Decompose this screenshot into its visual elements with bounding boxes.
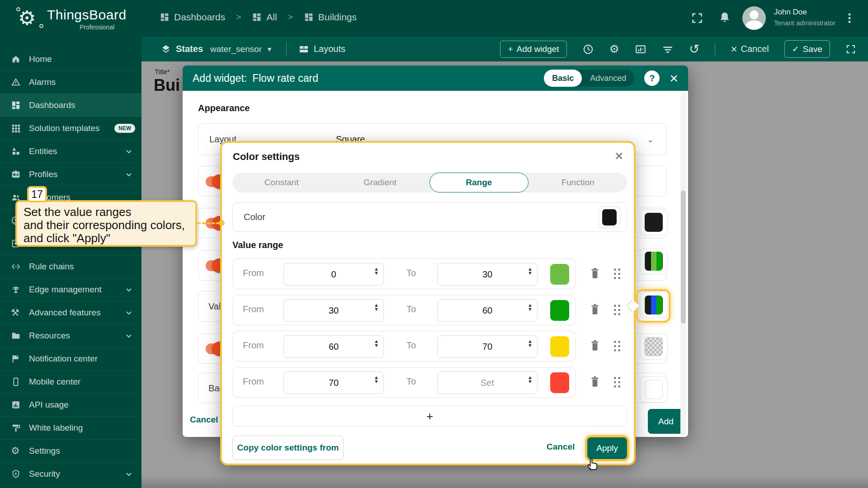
stepper-icon[interactable]: ▲▼ [374,339,379,348]
from-input[interactable]: 70▲▼ [283,371,384,394]
id-card-icon [11,169,29,179]
sidebar-item-mobile-center[interactable]: Mobile center [0,370,142,393]
add-widget-modal-header: Add widget: Flow rate card Basic Advance… [183,66,688,91]
breadcrumb-all[interactable]: All [266,12,277,23]
modal-add-button[interactable]: Add [648,409,684,434]
color-swatch-button[interactable] [640,333,668,360]
basic-mode-button[interactable]: Basic [544,70,582,87]
copy-color-settings-button[interactable]: Copy color settings from [232,436,344,460]
sidebar-item-resources[interactable]: Resources [0,324,142,347]
drag-handle-icon[interactable] [612,376,623,389]
tab-range[interactable]: Range [429,173,529,192]
tab-gradient[interactable]: Gradient [331,173,429,192]
dashboards-icon [160,12,170,22]
color-field: Color [232,202,627,232]
tab-function[interactable]: Function [528,173,627,192]
user-role: Tenant administrator [774,19,835,27]
dashboard-toolbar: States water_sensor ▼ Layouts + Add widg… [142,37,868,61]
dialog-close-icon[interactable]: × [615,149,623,163]
filters-icon[interactable] [662,43,674,55]
sidebar-item-rule-chains[interactable]: Rule chains [0,255,142,278]
range-color-swatch[interactable] [550,372,569,393]
version-history-icon[interactable]: ↺ [689,42,699,56]
sidebar-item-alarms[interactable]: Alarms [0,70,142,94]
sidebar-item-edge-management[interactable]: Edge management [0,278,142,301]
to-input[interactable]: 60▲▼ [437,299,538,322]
notifications-bell-icon[interactable] [718,11,731,24]
delete-range-icon[interactable] [589,267,601,280]
stepper-icon[interactable]: ▲▼ [374,267,379,276]
cancel-edit-button[interactable]: × Cancel [731,43,769,56]
save-dashboard-button[interactable]: ✓ Save [784,40,830,58]
delete-range-icon[interactable] [589,339,601,352]
sidebar-item-dashboards[interactable]: Dashboards [0,94,142,117]
color-type-tabs: Constant Gradient Range Function [232,173,627,192]
sidebar-item-api-usage[interactable]: API usage [0,393,142,416]
from-input[interactable]: 0▲▼ [283,263,384,286]
states-selector[interactable]: States water_sensor ▼ [160,44,273,55]
sidebar-item-advanced-features[interactable]: ⚒ Advanced features [0,301,142,324]
sidebar-item-home[interactable]: Home [0,47,142,70]
dashboard-settings-gear-icon[interactable]: ⚙ [609,42,619,56]
toolbar-divider [715,42,715,56]
stepper-icon[interactable]: ▲▼ [528,303,533,312]
stepper-icon[interactable]: ▲▼ [528,375,533,384]
range-color-swatch[interactable] [550,336,569,357]
sidebar-item-entities[interactable]: Entities [0,140,142,163]
from-input[interactable]: 30▲▼ [283,299,384,322]
chevron-down-icon [125,171,132,178]
toolbar-fullscreen-icon[interactable] [845,44,856,55]
color-picker-button[interactable] [599,206,620,228]
breadcrumb-dashboards[interactable]: Dashboards [174,12,225,23]
breadcrumb-buildings[interactable]: Buildings [318,12,357,23]
stepper-icon[interactable]: ▲▼ [528,339,533,348]
sidebar-item-white-labeling[interactable]: White labeling [0,416,142,439]
to-input[interactable]: 30▲▼ [437,263,538,286]
entities-icon [11,146,29,156]
color-swatch-button[interactable] [640,248,668,274]
help-icon[interactable]: ? [644,70,660,86]
add-range-button[interactable]: + [232,406,627,427]
color-swatch-button[interactable] [640,376,668,403]
kebab-menu-icon[interactable] [843,11,856,25]
value-range-row: From 30▲▼ To 60▲▼ [232,295,576,325]
modal-title-value: Flow rate card [252,72,318,84]
delete-range-icon[interactable] [589,303,601,316]
value-range-row: From 0▲▼ To 30▲▼ [232,258,576,289]
drag-handle-icon[interactable] [612,267,623,280]
thingsboard-logo-icon: ⚙ [18,6,42,31]
flag-icon [11,354,29,364]
fullscreen-icon[interactable] [691,12,703,24]
to-input[interactable]: 70▲▼ [437,335,538,358]
stepper-icon[interactable]: ▲▼ [374,303,379,312]
check-icon: ✓ [792,44,799,54]
range-color-swatch[interactable] [550,300,569,321]
drag-handle-icon[interactable] [612,304,623,316]
to-input[interactable]: Set▲▼ [437,371,538,394]
sidebar-item-settings[interactable]: ⚙ Settings [0,439,142,462]
modal-cancel-button[interactable]: Cancel [190,415,218,425]
color-swatch-button[interactable] [640,209,668,235]
layouts-button[interactable]: Layouts [298,44,345,55]
modal-scrollbar-thumb[interactable] [681,191,686,324]
user-avatar[interactable] [742,6,766,30]
from-input[interactable]: 60▲▼ [283,335,384,358]
sidebar-item-profiles[interactable]: Profiles [0,163,142,186]
dialog-cancel-button[interactable]: Cancel [547,442,575,452]
stepper-icon[interactable]: ▲▼ [528,267,533,276]
range-color-swatch[interactable] [550,264,569,285]
add-widget-button[interactable]: + Add widget [500,41,566,58]
tab-constant[interactable]: Constant [232,173,331,192]
chart-icon [11,400,29,410]
delete-range-icon[interactable] [589,375,601,389]
sidebar-item-notification-center[interactable]: Notification center [0,347,142,370]
timewindow-clock-icon[interactable] [582,43,594,55]
entity-aliases-icon[interactable] [635,43,646,55]
advanced-mode-button[interactable]: Advanced [582,70,634,87]
sidebar-item-security[interactable]: Security [0,462,142,485]
drag-handle-icon[interactable] [612,340,623,352]
modal-close-icon[interactable]: × [670,71,678,85]
sidebar-item-solution-templates[interactable]: Solution templates NEW [0,117,142,140]
stepper-icon[interactable]: ▲▼ [374,375,379,384]
page-bottom-shade [142,475,868,488]
